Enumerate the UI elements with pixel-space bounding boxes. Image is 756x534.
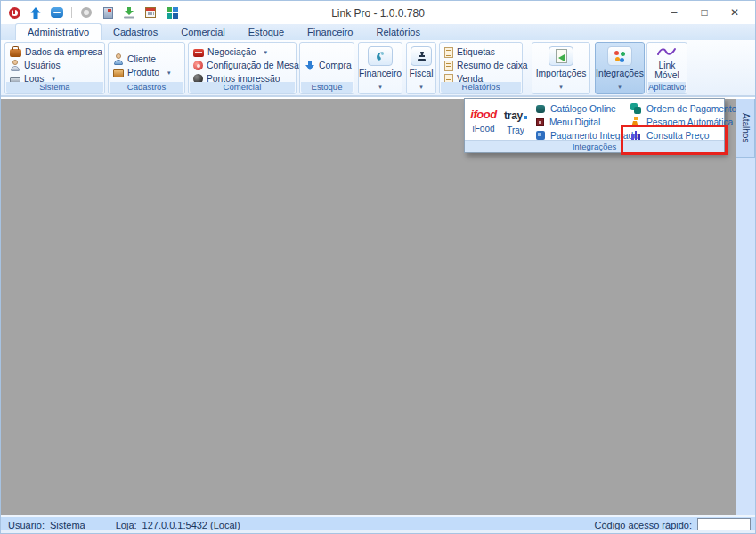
- chevron-down-icon: ▾: [264, 49, 267, 56]
- financeiro-button[interactable]: Financeiro ▾: [358, 42, 402, 94]
- atalhos-label: Atalhos: [741, 113, 751, 142]
- store-label: Loja:: [116, 520, 137, 530]
- maximize-button[interactable]: □: [689, 4, 719, 21]
- ribbon-item-configuracao-mesas[interactable]: Configuração de Mesas: [189, 59, 296, 72]
- menu-item-catalogo-online[interactable]: Catálogo Online: [536, 102, 616, 115]
- chevron-down-icon: ▾: [419, 84, 423, 91]
- tray-logo-dot: [524, 116, 527, 119]
- tray-logo: tray: [504, 109, 523, 122]
- menu-item-label: Catálogo Online: [550, 104, 616, 114]
- store-value: 127.0.0.1:5432 (Local): [142, 520, 240, 530]
- item-label: Usuários: [24, 61, 61, 70]
- briefcase-icon: [10, 49, 21, 57]
- product-box-icon: [113, 69, 124, 77]
- digital-menu-icon: [536, 118, 544, 126]
- item-label: Resumo de caixa: [457, 61, 528, 70]
- workspace-area: [1, 99, 736, 515]
- tables-icon: [193, 61, 203, 70]
- finance-icon: [368, 46, 393, 66]
- group-cadastros: Cliente Produto ▾ Cadastros: [108, 42, 185, 94]
- tab-financeiro[interactable]: Financeiro: [296, 24, 364, 40]
- item-label: Negociação: [207, 47, 256, 57]
- chevron-down-icon: ▾: [167, 69, 171, 77]
- report-document-icon: [444, 47, 453, 58]
- title-bar: Link Pro - 1.0.0.780 – □ ✕: [1, 1, 755, 24]
- user-label: Usuário:: [8, 520, 45, 530]
- fiscal-stamp-icon: [411, 46, 432, 66]
- menu-item-ifood[interactable]: ifood iFood: [468, 101, 499, 140]
- atalhos-tab[interactable]: Atalhos: [736, 99, 755, 158]
- group-label-estoque: Estoque: [301, 82, 353, 93]
- chevron-down-icon: ▾: [618, 84, 622, 91]
- button-label: Integrações: [596, 69, 644, 78]
- menu-item-menu-digital[interactable]: Menu Digital: [536, 116, 600, 128]
- user-value: Sistema: [50, 520, 85, 530]
- button-label: Importações: [536, 69, 587, 78]
- menu-item-ordem-pagamento[interactable]: Ordem de Pagamento: [630, 102, 736, 115]
- report-document-icon: [444, 61, 453, 71]
- group-label-relatorios: Relatórios: [441, 82, 521, 93]
- window-title: Link Pro - 1.0.0.780: [1, 7, 755, 20]
- ribbon-item-produto[interactable]: Produto ▾: [109, 66, 184, 79]
- fiscal-button[interactable]: Fiscal ▾: [406, 42, 436, 94]
- shortcuts-strip: Atalhos: [736, 99, 755, 515]
- ribbon-item-etiquetas[interactable]: Etiquetas: [440, 45, 522, 59]
- group-label-cadastros: Cadastros: [110, 82, 183, 93]
- integrated-payment-icon: [536, 131, 545, 140]
- button-label: Link Móvel: [652, 61, 682, 80]
- menu-item-label: Tray: [507, 125, 524, 135]
- ribbon-item-resumo-caixa[interactable]: Resumo de caixa: [440, 59, 522, 72]
- ifood-logo: ifood: [470, 108, 496, 121]
- quick-code-label: Código acesso rápido:: [595, 520, 692, 530]
- item-label: Produto: [127, 68, 159, 77]
- app-window: Link Pro - 1.0.0.780 – □ ✕ Administrativ…: [0, 0, 756, 534]
- ribbon-item-cliente[interactable]: Cliente: [109, 53, 184, 66]
- group-label-comercial: Comercial: [190, 82, 295, 93]
- ribbon-item-usuarios[interactable]: Usuários: [5, 59, 104, 72]
- link-movel-squiggle-icon: [656, 46, 678, 58]
- minimize-button[interactable]: –: [659, 4, 689, 21]
- tab-administrativo[interactable]: Administrativo: [15, 23, 102, 40]
- ribbon-tab-bar: Administrativo Cadastros Comercial Estoq…: [1, 24, 755, 40]
- buy-arrow-icon: [305, 61, 315, 71]
- integracoes-button[interactable]: Integrações ▾: [595, 42, 645, 94]
- group-sistema: Dados da empresa Usuários Logs ▾ Sistema: [4, 42, 105, 94]
- negotiation-icon: [193, 49, 204, 57]
- menu-item-label: Ordem de Pagamento: [646, 104, 736, 114]
- tab-comercial[interactable]: Comercial: [169, 24, 237, 40]
- window-controls: – □ ✕: [659, 4, 750, 21]
- tab-cadastros[interactable]: Cadastros: [102, 24, 169, 40]
- tab-estoque[interactable]: Estoque: [237, 24, 296, 40]
- group-comercial: Negociação ▾ Configuração de Mesas Ponto…: [188, 42, 297, 94]
- integrations-icon: [607, 46, 632, 66]
- group-aplicativos: Link Móvel Aplicativos: [646, 42, 687, 94]
- group-label-aplicativos: Aplicativos: [648, 82, 686, 93]
- button-label: Fiscal: [410, 69, 434, 78]
- import-icon: [549, 46, 573, 66]
- group-label-sistema: Sistema: [6, 82, 103, 93]
- payment-order-icon: [630, 103, 641, 114]
- ribbon-item-dados-empresa[interactable]: Dados da empresa: [5, 45, 104, 59]
- ribbon: Dados da empresa Usuários Logs ▾ Sistema: [1, 40, 755, 97]
- item-label: Etiquetas: [457, 47, 495, 57]
- item-label: Cliente: [127, 54, 156, 64]
- menu-item-tray[interactable]: tray Tray: [501, 101, 530, 140]
- ribbon-item-negociacao[interactable]: Negociação ▾: [189, 45, 296, 59]
- quick-code-input[interactable]: [697, 518, 751, 531]
- item-label: Compra: [319, 61, 352, 70]
- chevron-down-icon: ▾: [378, 84, 382, 91]
- link-movel-button[interactable]: Link Móvel: [647, 43, 687, 82]
- chevron-down-icon: ▾: [559, 84, 563, 91]
- ribbon-item-compra[interactable]: Compra: [300, 59, 354, 72]
- highlight-annotation-box: [621, 125, 728, 155]
- client-icon: [113, 53, 124, 65]
- menu-item-label: iFood: [472, 124, 494, 134]
- tab-relatorios[interactable]: Relatórios: [364, 24, 432, 40]
- group-estoque: Compra Estoque: [299, 42, 354, 94]
- close-button[interactable]: ✕: [719, 4, 750, 21]
- item-label: Dados da empresa: [25, 47, 102, 57]
- window-bottom-edge: [1, 530, 755, 533]
- item-label: Configuração de Mesas: [207, 61, 304, 70]
- user-icon: [10, 60, 20, 71]
- importacoes-button[interactable]: Importações ▾: [532, 42, 590, 94]
